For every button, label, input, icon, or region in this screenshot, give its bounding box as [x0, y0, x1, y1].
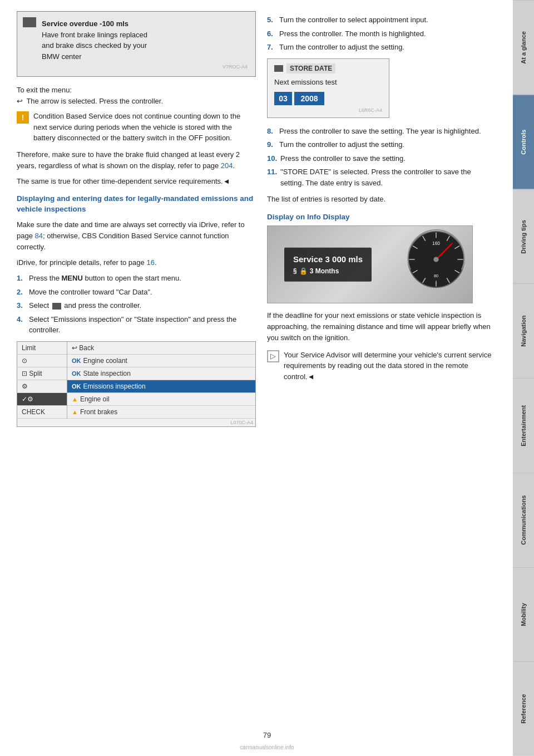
body-para-2: The same is true for other time-dependen… [17, 176, 256, 187]
svg-text:80: 80 [434, 273, 438, 278]
steps-list-right-1: 5. Turn the controller to select appoint… [267, 14, 496, 53]
step-8: 8. Press the controller to save the sett… [267, 126, 496, 137]
section-intro: Make sure the date and time are always s… [17, 219, 256, 253]
step-3: 3. Select and press the controller. [17, 300, 256, 311]
link-84[interactable]: 84 [35, 232, 43, 240]
step-7: 7. Turn the controller to adjust the set… [267, 42, 496, 53]
side-tabs-container: At a glance Controls Driving tips Naviga… [513, 0, 534, 756]
warning-block: ! Condition Based Service does not conti… [17, 111, 256, 144]
tab-controls[interactable]: Controls [513, 95, 534, 189]
menu-right-state-inspection: OK State inspection [67, 367, 255, 380]
tab-driving-tips[interactable]: Driving tips [513, 189, 534, 284]
menu-left-gear: ⚙ [17, 380, 67, 393]
store-date-icon [274, 65, 283, 72]
menu-right-engine-oil: ▲ Engine oil [67, 393, 255, 406]
tab-reference[interactable]: Reference [513, 661, 534, 756]
date-year: 2008 [294, 92, 324, 105]
bottom-watermark: carmanualsonline.info [240, 744, 294, 750]
menu-left-circle: ⊙ [17, 355, 67, 367]
cluster-inner: 160 80 Service 3 000 mls § 🔒 § 🔒 3 Month… [268, 226, 472, 303]
date-month: 03 [274, 92, 292, 105]
menu-right-emissions: OK Emissions inspection [67, 380, 255, 393]
info-display-heading: Display on Info Display [267, 213, 496, 221]
store-date-title: Next emissions test [274, 78, 382, 86]
section-heading-emissions: Displaying and entering dates for legall… [17, 194, 256, 215]
store-date-label: STORE DATE [286, 63, 335, 73]
body-para-1: Therefore, make sure to have the brake f… [17, 149, 256, 171]
menu-screenshot-box: Limit ⊙ ⊡ Split ⚙ ✓⚙ CHECK ↩ Back OK Eng… [17, 341, 256, 427]
step-5: 5. Turn the controller to select appoint… [267, 14, 496, 26]
tab-entertainment[interactable]: Entertainment [513, 378, 534, 473]
instrument-cluster-image: 160 80 Service 3 000 mls § 🔒 § 🔒 3 Month… [267, 225, 473, 303]
tab-at-a-glance[interactable]: At a glance [513, 0, 534, 95]
menu-box-inner: Limit ⊙ ⊡ Split ⚙ ✓⚙ CHECK ↩ Back OK Eng… [17, 342, 255, 419]
svg-text:160: 160 [432, 241, 440, 246]
step-2: 2. Move the controller toward "Car Data"… [17, 287, 256, 298]
store-date-header: STORE DATE [274, 63, 382, 73]
page-number: 79 [263, 731, 271, 739]
info-text-1: If the deadline for your next emissions … [267, 310, 496, 343]
sdate-watermark: L6R6C-A4 [274, 107, 382, 113]
step-11: 11. "STORE DATE" is selected. Press the … [267, 166, 496, 188]
menu-watermark: L070C-A4 [17, 419, 255, 426]
idrive-ref: iDrive, for principle details, refer to … [17, 257, 256, 268]
tab-navigation[interactable]: Navigation [513, 283, 534, 378]
main-content: Service overdue -100 mls Have front brak… [0, 0, 513, 444]
back-arrow-icon: ↩ [17, 96, 23, 107]
menu-left-check: CHECK [17, 406, 67, 419]
menu-left-column: Limit ⊙ ⊡ Split ⚙ ✓⚙ CHECK [17, 342, 67, 419]
menu-left-limit: Limit [17, 342, 67, 355]
service-warning-text: Service overdue -100 mls Have front brak… [42, 18, 248, 62]
note-block: ▷ Your Service Advisor will determine yo… [267, 350, 496, 382]
service-icon [23, 17, 36, 27]
step-1: 1. Press the MENU button to open the sta… [17, 273, 256, 284]
store-date-box: STORE DATE Next emissions test 03 2008 L… [267, 58, 389, 118]
service-icons: § 🔒 § 🔒 3 Months 3 Months [293, 266, 363, 276]
tab-communications[interactable]: Communications [513, 473, 534, 567]
link-16[interactable]: 16 [146, 258, 154, 267]
watermark1: V7ROC-A4 [25, 64, 248, 70]
menu-right-back: ↩ Back [67, 342, 255, 355]
resorted-text: The list of entries is resorted by date. [267, 194, 496, 205]
menu-left-split: ⊡ Split [17, 367, 67, 380]
menu-right-front-brakes: ▲ Front brakes [67, 406, 255, 419]
step-10: 10. Press the controller to save the set… [267, 153, 496, 164]
step-4: 4. Select "Emissions inspection" or "Sta… [17, 314, 256, 336]
note-text: Your Service Advisor will determine your… [284, 350, 496, 382]
note-icon: ▷ [267, 350, 279, 362]
link-204[interactable]: 204 [221, 161, 233, 170]
warning-text: Condition Based Service does not continu… [33, 111, 256, 144]
speedometer-svg: 160 80 [406, 229, 467, 290]
step-9: 9. Turn the controller to adjust the set… [267, 139, 496, 150]
exit-para: To exit the menu: ↩ The arrow is selecte… [17, 85, 256, 106]
menu-left-check-gear: ✓⚙ [17, 393, 67, 406]
left-column: Service overdue -100 mls Have front brak… [17, 11, 256, 427]
right-column: 5. Turn the controller to select appoint… [267, 11, 496, 427]
svg-point-16 [433, 257, 438, 262]
menu-right-engine-coolant: OK Engine coolant [67, 355, 255, 367]
step-6: 6. Press the controller. The month is hi… [267, 28, 496, 40]
store-date-value: 03 2008 [274, 92, 382, 105]
steps-list-right-2: 8. Press the controller to save the sett… [267, 126, 496, 189]
service-message: Service 3 000 mls § 🔒 § 🔒 3 Months 3 Mon… [284, 248, 372, 282]
tab-mobility[interactable]: Mobility [513, 567, 534, 662]
menu-right-column: ↩ Back OK Engine coolant OK State inspec… [67, 342, 255, 419]
warning-icon: ! [17, 111, 29, 124]
steps-list-left: 1. Press the MENU button to open the sta… [17, 273, 256, 336]
service-warning-box: Service overdue -100 mls Have front brak… [17, 11, 256, 77]
